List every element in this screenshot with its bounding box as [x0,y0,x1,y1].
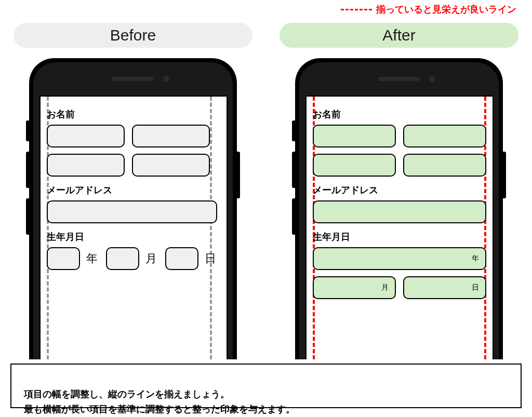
day-suffix: 日 [472,283,479,292]
name-input-1[interactable] [313,125,396,147]
name-input-1[interactable] [47,125,125,147]
dob-day-input[interactable] [165,247,198,270]
comparison-columns: Before お名前 [0,21,532,364]
dob-md-row: 月 日 [313,276,486,299]
dob-month-input[interactable]: 月 [313,276,396,299]
dob-day-input[interactable]: 日 [403,276,486,299]
email-label: メールアドレス [47,184,220,196]
dob-year-input[interactable]: 年 [313,247,486,270]
name-row-1 [47,125,220,147]
before-phone: お名前 メールアドレス 生年月日 年 [24,58,242,359]
caption-text: 項目の幅を調整し、縦のラインを揃えましょう。 最も横幅が長い項目を基準に調整する… [24,389,295,414]
before-column: Before お名前 [0,21,266,364]
after-phone: お名前 メールアドレス 生年月日 年 [290,58,508,359]
caption-box: 項目の幅を調整し、縦のラインを揃えましょう。 最も横幅が長い項目を基準に調整する… [10,364,522,408]
after-screen: お名前 メールアドレス 生年月日 年 [305,96,494,359]
before-header-label: Before [110,26,156,44]
email-label: メールアドレス [313,184,486,196]
name-input-3[interactable] [47,154,125,177]
dob-month-input[interactable] [106,247,139,270]
name-input-4[interactable] [403,154,486,177]
name-input-2[interactable] [132,125,210,147]
dob-row: 年 月 日 [47,247,220,270]
email-input[interactable] [47,200,217,223]
day-suffix: 日 [205,251,216,266]
name-row-2 [47,154,220,177]
phone-camera-icon [429,76,435,82]
month-suffix: 月 [381,283,389,292]
dob-label: 生年月日 [47,231,220,243]
phone-speaker-icon [112,77,154,81]
email-input[interactable] [313,200,486,223]
before-header: Before [14,23,252,48]
dob-year-input[interactable] [47,247,80,270]
after-form: お名前 メールアドレス 生年月日 年 [313,105,486,305]
name-row-2 [313,154,486,177]
legend: 揃っていると見栄えが良いライン [341,3,516,16]
phone-side-button [237,152,240,198]
phone-speaker-icon [378,77,420,81]
name-input-3[interactable] [313,154,396,177]
phone-side-button [503,152,506,198]
after-header: After [280,23,518,48]
before-screen: お名前 メールアドレス 生年月日 年 [39,96,228,359]
year-suffix: 年 [472,254,479,263]
name-row-1 [313,125,486,147]
phone-camera-icon [163,76,169,82]
after-header-label: After [382,26,415,44]
after-column: After お名前 [266,21,532,364]
legend-dash-icon [341,9,372,10]
name-label: お名前 [313,108,486,120]
name-input-4[interactable] [132,154,210,177]
dob-label: 生年月日 [313,231,486,243]
before-form: お名前 メールアドレス 生年月日 年 [47,105,220,276]
year-suffix: 年 [86,251,98,266]
name-label: お名前 [47,108,220,120]
legend-text: 揃っていると見栄えが良いライン [376,3,516,16]
name-input-2[interactable] [403,125,486,147]
month-suffix: 月 [145,251,157,266]
